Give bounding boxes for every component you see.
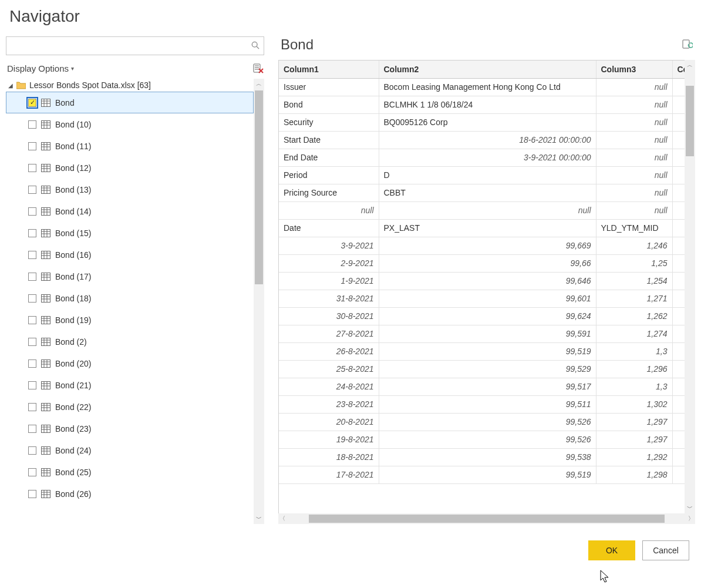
table-row[interactable]: 18-8-202199,5381,292 <box>279 448 685 466</box>
checkbox[interactable] <box>28 207 36 216</box>
scroll-down-icon[interactable]: ﹀ <box>256 515 262 523</box>
table-row[interactable]: 2-9-202199,661,25 <box>279 254 685 272</box>
navigator-tree[interactable]: ◢ Lessor Bonds Spot Data.xlsx [63] ✓Bond… <box>6 79 254 524</box>
table-row[interactable]: 3-9-202199,6691,246 <box>279 237 685 254</box>
checkbox[interactable] <box>28 403 36 411</box>
table-row[interactable]: Pricing SourceCBBTnull <box>279 184 685 201</box>
table-cell: 19-8-2021 <box>279 431 379 448</box>
checkbox[interactable] <box>28 251 36 259</box>
cancel-button[interactable]: Cancel <box>642 540 689 560</box>
table-row[interactable]: SecurityBQ0095126 Corpnull <box>279 113 685 131</box>
table-cell <box>672 254 685 272</box>
table-row[interactable]: Start Date18-6-2021 00:00:00null <box>279 131 685 149</box>
tree-item[interactable]: Bond (11) <box>6 135 254 157</box>
table-cell: D <box>379 166 596 184</box>
refresh-icon[interactable] <box>682 39 693 50</box>
preview-grid[interactable]: Column1 Column2 Column3 Column4 IssuerBo… <box>278 60 685 513</box>
table-row[interactable]: DatePX_LASTYLD_YTM_MID <box>279 219 685 237</box>
table-row[interactable]: 23-8-202199,5111,302 <box>279 395 685 413</box>
table-row[interactable]: 17-8-202199,5191,298 <box>279 466 685 483</box>
display-options-dropdown[interactable]: Display Options ▾ <box>7 63 74 73</box>
checkbox[interactable] <box>28 338 36 346</box>
checkbox[interactable]: ✓ <box>28 99 36 107</box>
checkbox[interactable] <box>28 381 36 389</box>
checkbox[interactable] <box>28 490 36 498</box>
tree-item[interactable]: Bond (21) <box>6 374 254 396</box>
clear-selection-icon[interactable] <box>252 62 264 74</box>
tree-item-label: Bond (23) <box>55 424 91 434</box>
table-cell: null <box>596 96 672 113</box>
grid-vertical-scrollbar[interactable]: ︿ ﹀ <box>685 60 695 513</box>
table-row[interactable]: BondBCLMHK 1 1/8 06/18/24null <box>279 96 685 113</box>
search-input[interactable] <box>6 41 247 51</box>
tree-item[interactable]: Bond (19) <box>6 309 254 331</box>
tree-item[interactable]: Bond (14) <box>6 200 254 222</box>
table-row[interactable]: 30-8-202199,6241,262 <box>279 307 685 325</box>
table-row[interactable]: 27-8-202199,5911,274 <box>279 325 685 342</box>
column-header[interactable]: Column3 <box>596 61 672 78</box>
search-box[interactable] <box>6 36 264 55</box>
grid-horizontal-scrollbar[interactable]: 〈 〉 <box>278 513 695 524</box>
tree-item-label: Bond (19) <box>55 315 91 325</box>
checkbox[interactable] <box>28 446 36 455</box>
checkbox[interactable] <box>28 120 36 129</box>
checkbox[interactable] <box>28 359 36 368</box>
table-row[interactable]: 24-8-202199,5171,3 <box>279 378 685 395</box>
tree-item[interactable]: Bond (17) <box>6 266 254 287</box>
tree-item[interactable]: Bond (2) <box>6 331 254 352</box>
tree-item[interactable]: Bond (16) <box>6 244 254 266</box>
checkbox[interactable] <box>28 316 36 324</box>
scroll-thumb[interactable] <box>686 86 694 156</box>
checkbox[interactable] <box>28 273 36 281</box>
table-cell: Bond <box>279 96 379 113</box>
table-row[interactable]: End Date3-9-2021 00:00:00null <box>279 149 685 166</box>
tree-item[interactable]: Bond (24) <box>6 439 254 461</box>
scroll-down-icon[interactable]: ﹀ <box>687 504 693 512</box>
scroll-up-icon[interactable]: ︿ <box>256 80 262 88</box>
checkbox[interactable] <box>28 186 36 194</box>
scroll-right-icon[interactable]: 〉 <box>688 515 694 523</box>
table-cell <box>672 360 685 378</box>
table-row[interactable]: PeriodDnull <box>279 166 685 184</box>
column-header[interactable]: Column4 <box>672 61 685 78</box>
tree-item[interactable]: ✓Bond <box>6 92 254 113</box>
table-cell: 99,519 <box>379 342 596 360</box>
checkbox[interactable] <box>28 425 36 433</box>
scroll-thumb[interactable] <box>255 90 263 284</box>
table-row[interactable]: 31-8-202199,6011,271 <box>279 290 685 307</box>
scroll-up-icon[interactable]: ︿ <box>687 61 693 69</box>
table-row[interactable]: IssuerBocom Leasing Management Hong Kong… <box>279 78 685 96</box>
checkbox[interactable] <box>28 164 36 172</box>
tree-item[interactable]: Bond (18) <box>6 287 254 309</box>
tree-item[interactable]: Bond (22) <box>6 396 254 418</box>
tree-item[interactable]: Bond (20) <box>6 352 254 374</box>
table-row[interactable]: 25-8-202199,5291,296 <box>279 360 685 378</box>
checkbox[interactable] <box>28 142 36 150</box>
tree-scrollbar[interactable]: ︿ ﹀ <box>254 79 264 524</box>
table-row[interactable]: 19-8-202199,5261,297 <box>279 431 685 448</box>
tree-item[interactable]: Bond (12) <box>6 157 254 179</box>
search-icon[interactable] <box>247 41 264 51</box>
scroll-left-icon[interactable]: 〈 <box>279 515 285 523</box>
checkbox[interactable] <box>28 468 36 476</box>
tree-item[interactable]: Bond (25) <box>6 461 254 483</box>
checkbox[interactable] <box>28 229 36 237</box>
table-row[interactable]: 1-9-202199,6461,254 <box>279 272 685 290</box>
tree-item[interactable]: Bond (26) <box>6 483 254 505</box>
checkbox[interactable] <box>28 294 36 303</box>
scroll-thumb[interactable] <box>309 515 665 523</box>
table-cell <box>672 325 685 342</box>
ok-button[interactable]: OK <box>588 540 635 560</box>
svg-line-1 <box>257 46 259 49</box>
column-header[interactable]: Column2 <box>379 61 596 78</box>
table-cell: 99,517 <box>379 378 596 395</box>
table-row[interactable]: nullnullnull <box>279 201 685 219</box>
column-header[interactable]: Column1 <box>279 61 379 78</box>
table-row[interactable]: 20-8-202199,5261,297 <box>279 413 685 431</box>
tree-item[interactable]: Bond (23) <box>6 418 254 439</box>
tree-item[interactable]: Bond (13) <box>6 179 254 200</box>
tree-root-node[interactable]: ◢ Lessor Bonds Spot Data.xlsx [63] <box>6 79 254 92</box>
tree-item[interactable]: Bond (10) <box>6 113 254 135</box>
tree-item[interactable]: Bond (15) <box>6 222 254 244</box>
table-row[interactable]: 26-8-202199,5191,3 <box>279 342 685 360</box>
